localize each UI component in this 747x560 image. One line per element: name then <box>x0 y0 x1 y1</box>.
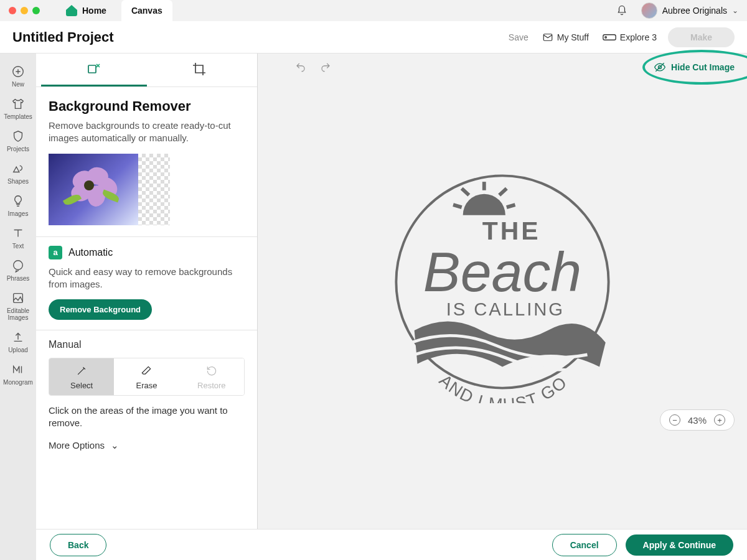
rail-label: Projects <box>7 146 29 152</box>
svg-point-2 <box>605 36 607 38</box>
side-panel: Background Remover Remove backgrounds to… <box>36 54 258 529</box>
redo-icon[interactable] <box>320 62 331 73</box>
back-label: Back <box>68 540 88 550</box>
machine-icon <box>603 32 616 43</box>
chevron-down-icon: ⌄ <box>732 6 738 15</box>
username-label: Aubree Originals <box>662 6 727 16</box>
maximize-window-icon[interactable] <box>32 7 40 14</box>
rail-text[interactable]: Text <box>0 223 36 253</box>
tool-erase[interactable]: Erase <box>114 358 179 395</box>
panel-description: Remove backgrounds to create ready-to-cu… <box>49 119 245 145</box>
left-rail: New Templates Projects Shapes Images Tex… <box>0 54 36 560</box>
svg-line-11 <box>499 189 507 195</box>
make-button[interactable]: Make <box>668 27 735 47</box>
tab-canvas[interactable]: Canvas <box>121 0 172 21</box>
rail-new[interactable]: New <box>0 61 36 91</box>
mystuff-link[interactable]: My Stuff <box>542 32 589 43</box>
canvas-area: Hide Cut Image THE Beach IS CALLING <box>258 54 747 529</box>
avatar <box>641 2 657 19</box>
rail-projects[interactable]: Projects <box>0 126 36 156</box>
zoom-out-button[interactable]: − <box>669 414 680 426</box>
rail-templates[interactable]: Templates <box>0 93 36 124</box>
user-menu[interactable]: Aubree Originals ⌄ <box>641 2 738 19</box>
rail-label: Editable Images <box>0 307 36 321</box>
traffic-lights <box>9 7 40 14</box>
more-options-toggle[interactable]: More Options ⌄ <box>49 440 245 451</box>
tool-label: Select <box>70 381 93 390</box>
svg-text:Beach: Beach <box>423 240 581 302</box>
canvas-artwork[interactable]: THE Beach IS CALLING AND I MUST GO <box>381 161 624 403</box>
plus-circle-icon <box>11 65 25 78</box>
tab-canvas-label: Canvas <box>131 6 162 16</box>
tool-restore: Restore <box>179 358 244 395</box>
manual-note: Click on the areas of the image you want… <box>49 404 245 430</box>
cancel-button[interactable]: Cancel <box>552 534 617 556</box>
rail-shapes[interactable]: Shapes <box>0 158 36 189</box>
shield-icon <box>11 129 25 143</box>
eye-off-icon <box>654 61 666 73</box>
rail-phrases[interactable]: Phrases <box>0 255 36 286</box>
explore-label: Explore 3 <box>620 32 657 42</box>
chevron-down-icon: ⌄ <box>111 440 119 451</box>
restore-icon <box>205 365 218 377</box>
undo-icon[interactable] <box>295 62 306 73</box>
rail-monogram[interactable]: Monogram <box>0 359 36 390</box>
tool-select[interactable]: Select <box>49 358 114 395</box>
rail-label: Text <box>12 243 24 250</box>
upload-icon <box>11 330 25 344</box>
apply-continue-button[interactable]: Apply & Continue <box>626 534 733 556</box>
minimize-window-icon[interactable] <box>21 7 28 14</box>
eraser-icon <box>140 365 153 377</box>
tab-home[interactable]: Home <box>56 0 116 21</box>
tool-label: Restore <box>197 381 226 390</box>
remove-bg-label: Remove Background <box>60 305 141 314</box>
remove-background-button[interactable]: Remove Background <box>49 299 152 320</box>
panel-heading: Background Remover <box>49 98 245 114</box>
save-label: Save <box>509 32 529 42</box>
project-title[interactable]: Untitled Project <box>12 29 114 45</box>
mystuff-label: My Stuff <box>557 32 589 42</box>
window-titlebar: Home Canvas Aubree Originals ⌄ <box>0 0 747 21</box>
rail-images[interactable]: Images <box>0 190 36 221</box>
rail-label: New <box>12 81 24 88</box>
text-icon <box>11 226 25 240</box>
rail-label: Phrases <box>7 275 30 282</box>
more-options-label: More Options <box>49 440 105 450</box>
svg-line-13 <box>507 205 515 207</box>
svg-point-4 <box>14 261 23 270</box>
shapes-icon <box>11 162 25 175</box>
manual-section-title: Manual <box>49 339 245 350</box>
manual-tool-row: Select Erase Restore <box>49 358 245 396</box>
bell-icon[interactable] <box>616 5 627 16</box>
panel-tab-bgremove[interactable] <box>41 54 147 86</box>
svg-rect-6 <box>88 65 96 73</box>
auto-title-label: Automatic <box>68 247 113 258</box>
tab-home-label: Home <box>82 6 106 16</box>
svg-line-10 <box>462 189 469 195</box>
svg-text:IS CALLING: IS CALLING <box>446 299 565 319</box>
zoom-in-button[interactable]: + <box>714 414 725 426</box>
app-header: Untitled Project Save My Stuff Explore 3… <box>0 21 747 54</box>
wand-icon <box>75 365 88 377</box>
panel-tab-crop[interactable] <box>147 54 253 86</box>
rail-label: Monogram <box>3 379 33 386</box>
rail-editable[interactable]: Editable Images <box>0 287 36 325</box>
save-link[interactable]: Save <box>509 32 529 42</box>
automatic-section-title: a Automatic <box>49 246 245 259</box>
cancel-label: Cancel <box>570 540 599 550</box>
zoom-level: 43% <box>688 415 707 426</box>
preview-thumbnail <box>49 154 170 225</box>
back-button[interactable]: Back <box>50 534 106 556</box>
rail-upload[interactable]: Upload <box>0 327 36 357</box>
canvas-toolbar: Hide Cut Image <box>258 54 747 73</box>
rail-label: Shapes <box>7 178 29 185</box>
explore-link[interactable]: Explore 3 <box>603 32 657 43</box>
automatic-description: Quick and easy way to remove backgrounds… <box>49 266 245 291</box>
crop-icon <box>192 62 207 77</box>
home-icon <box>66 5 77 16</box>
close-window-icon[interactable] <box>9 7 16 14</box>
envelope-icon <box>542 32 553 43</box>
hide-cut-image-button[interactable]: Hide Cut Image <box>654 61 735 73</box>
shirt-icon <box>11 97 25 111</box>
edit-image-icon <box>11 291 25 305</box>
